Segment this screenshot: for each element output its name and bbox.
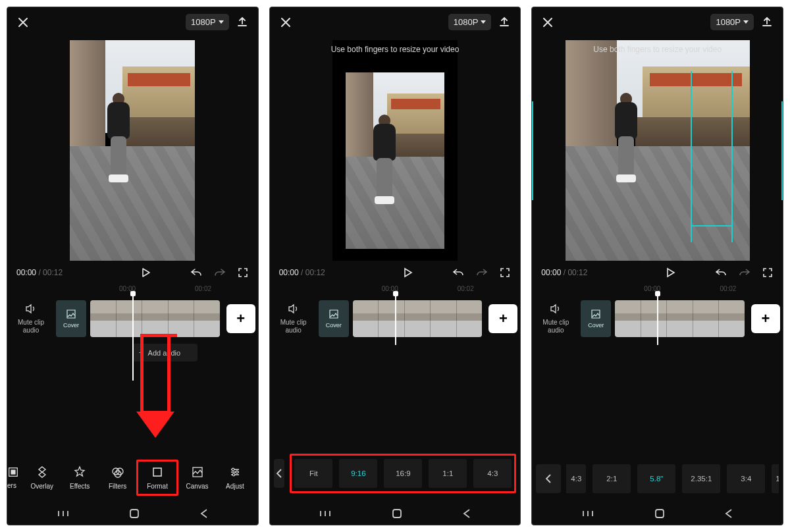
clip-filmstrip[interactable]	[353, 300, 483, 337]
tool-canvas[interactable]: Canvas	[178, 462, 216, 494]
play-icon[interactable]	[402, 267, 413, 279]
svg-point-8	[236, 471, 238, 473]
fullscreen-icon[interactable]	[499, 267, 511, 279]
android-nav	[7, 504, 258, 525]
top-bar: 1080P	[7, 7, 258, 37]
video-preview[interactable]: Use both fingers to resize your video	[270, 37, 521, 264]
ratio-back-button[interactable]	[274, 459, 285, 488]
video-frame-image	[70, 40, 195, 261]
ratio-1-1[interactable]: 1:1	[429, 459, 467, 488]
tool-overlay[interactable]: Overlay	[23, 462, 61, 494]
chevron-down-icon	[481, 20, 486, 24]
export-icon[interactable]	[236, 16, 249, 29]
ratio-5-8in[interactable]: 5.8"	[637, 464, 675, 493]
ratio-2-1[interactable]: 2:1	[592, 464, 631, 493]
undo-icon[interactable]	[190, 267, 203, 279]
play-icon[interactable]	[664, 267, 676, 279]
android-nav	[532, 504, 783, 525]
mute-clip-button[interactable]: Mute clipaudio	[10, 304, 52, 334]
video-frame-zoom	[566, 40, 750, 261]
playhead[interactable]	[132, 294, 134, 381]
recents-icon[interactable]	[581, 509, 594, 521]
video-preview[interactable]	[7, 37, 258, 264]
bottom-toolbar: ers Overlay Effects Filters Format Canva…	[7, 452, 258, 504]
ratio-9-16[interactable]: 9:16	[339, 459, 377, 488]
time-display: 00:00 / 00:12	[16, 268, 63, 277]
timeline[interactable]: Mute clipaudio Cover +	[270, 294, 521, 341]
close-icon[interactable]	[541, 16, 554, 29]
resize-hint: Use both fingers to resize your video	[270, 45, 521, 54]
add-clip-button[interactable]: +	[488, 304, 517, 333]
export-icon[interactable]	[498, 16, 511, 29]
recents-icon[interactable]	[57, 509, 70, 521]
mute-clip-button[interactable]: Mute clipaudio	[535, 304, 577, 334]
chevron-down-icon	[743, 20, 749, 24]
play-icon[interactable]	[140, 267, 151, 279]
tool-adjust[interactable]: Adjust	[216, 462, 253, 494]
ratio-back-button[interactable]	[536, 464, 561, 493]
export-icon[interactable]	[760, 16, 774, 29]
home-icon[interactable]	[128, 508, 140, 522]
ratio-1-85-1[interactable]: 1.85:1	[772, 464, 779, 493]
ratio-16-9[interactable]: 16:9	[384, 459, 422, 488]
close-icon[interactable]	[16, 16, 30, 29]
crop-guide	[532, 101, 533, 200]
cover-button[interactable]: Cover	[56, 300, 86, 337]
back-icon[interactable]	[724, 508, 733, 521]
ratio-fit[interactable]: Fit	[294, 459, 332, 488]
tool-effects[interactable]: Effects	[61, 462, 98, 494]
chevron-down-icon	[219, 20, 224, 24]
close-icon[interactable]	[279, 16, 292, 29]
redo-icon[interactable]	[738, 267, 751, 279]
fullscreen-icon[interactable]	[762, 267, 774, 279]
tool-format[interactable]: Format	[136, 460, 178, 496]
ratio-4-3[interactable]: 4:3	[566, 464, 586, 493]
back-icon[interactable]	[462, 508, 471, 521]
screen-format-tool: 1080P 00:00 / 00:12 00:0000	[7, 7, 259, 525]
resolution-button[interactable]: 1080P	[710, 14, 754, 30]
cover-button[interactable]: Cover	[581, 300, 611, 337]
resolution-button[interactable]: 1080P	[448, 14, 492, 30]
home-icon[interactable]	[654, 508, 666, 522]
crop-guide	[731, 71, 733, 242]
video-preview[interactable]: Use both fingers to resize your video	[532, 37, 783, 264]
back-icon[interactable]	[199, 508, 209, 521]
svg-rect-10	[130, 510, 138, 518]
aspect-ratio-bar: Fit 9:16 16:9 1:1 4:3	[270, 448, 521, 504]
undo-icon[interactable]	[714, 267, 727, 279]
undo-icon[interactable]	[452, 267, 465, 279]
resolution-button[interactable]: 1080P	[186, 14, 229, 30]
video-9-16	[70, 40, 195, 261]
playhead[interactable]	[657, 294, 658, 345]
ratio-4-3[interactable]: 4:3	[473, 459, 512, 488]
clip-filmstrip[interactable]	[615, 300, 745, 337]
playback-controls: 00:00 / 00:12	[270, 264, 521, 284]
annotation-ratio-highlight: Fit 9:16 16:9 1:1 4:3	[290, 454, 516, 493]
ratio-2-35-1[interactable]: 2.35:1	[682, 464, 720, 493]
add-clip-button[interactable]: +	[751, 304, 780, 333]
video-frame-image	[346, 72, 444, 249]
recents-icon[interactable]	[319, 509, 332, 521]
redo-icon[interactable]	[213, 267, 226, 279]
svg-rect-11	[393, 510, 401, 518]
playhead[interactable]	[395, 294, 396, 345]
video-frame-image	[566, 40, 750, 261]
add-clip-button[interactable]: +	[226, 304, 255, 333]
timeline[interactable]: Mute clipaudio Cover +	[7, 294, 258, 341]
timeline[interactable]: Mute clipaudio Cover +	[532, 294, 783, 341]
android-nav	[270, 504, 521, 525]
cover-button[interactable]: Cover	[319, 300, 349, 337]
fullscreen-icon[interactable]	[237, 267, 249, 279]
clip-filmstrip[interactable]	[90, 300, 220, 337]
top-bar: 1080P	[270, 7, 521, 37]
redo-icon[interactable]	[475, 267, 488, 279]
resolution-label: 1080P	[191, 17, 216, 27]
tool-layers-partial[interactable]: ers	[7, 462, 23, 493]
crop-guide	[781, 101, 783, 200]
add-audio-button[interactable]: +Add audio	[132, 344, 198, 361]
resize-hint: Use both fingers to resize your video	[532, 45, 783, 54]
home-icon[interactable]	[391, 508, 403, 522]
ratio-3-4[interactable]: 3:4	[727, 464, 765, 493]
tool-filters[interactable]: Filters	[99, 462, 136, 494]
mute-clip-button[interactable]: Mute clipaudio	[273, 304, 315, 334]
